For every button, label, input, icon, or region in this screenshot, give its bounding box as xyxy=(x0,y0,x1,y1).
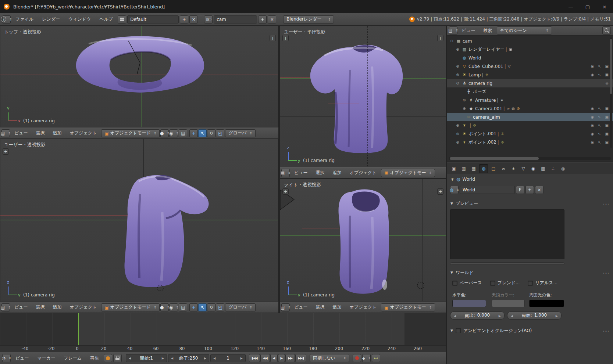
outliner-row-lamp[interactable]: Lamp xyxy=(447,71,613,79)
panel-grip-icon[interactable]: ∷∷ xyxy=(603,329,609,333)
pivot-select[interactable] xyxy=(170,303,178,311)
expand-icon[interactable] xyxy=(455,132,460,136)
viewport-top[interactable]: トップ・透視投影 (1) camera rig y x + xyxy=(0,26,278,127)
outliner-row-camera-aim[interactable]: camera_aim xyxy=(447,113,613,121)
snap-toggle[interactable] xyxy=(179,129,187,137)
ao-section-header[interactable]: アンビエントオクルージョン(AO) ∷∷ xyxy=(447,326,613,335)
timeline-menu-frame[interactable]: フレーム xyxy=(60,354,85,363)
editor-type-button[interactable] xyxy=(281,169,290,177)
menu-add[interactable]: 追加 xyxy=(49,303,65,311)
outliner-row-render-layers[interactable]: レンダーレイヤー xyxy=(447,45,613,54)
preview-section-header[interactable]: プレビュー ∷∷ xyxy=(447,199,613,208)
selectability-toggle[interactable] xyxy=(598,64,601,68)
manipulator-axis-button[interactable] xyxy=(189,129,198,137)
render-engine-select[interactable]: Blenderレンダー xyxy=(283,15,334,24)
screen-layout-icon[interactable] xyxy=(118,15,126,24)
menu-object[interactable]: オブジェクト xyxy=(66,303,101,311)
region-expand-button[interactable]: + xyxy=(270,35,276,41)
ao-enable-checkbox[interactable] xyxy=(456,328,461,333)
panel-grip-icon[interactable]: ∷∷ xyxy=(603,271,609,275)
blend-sky-checkbox[interactable]: ブレンド... xyxy=(490,280,520,286)
shirt-mesh-front[interactable] xyxy=(310,45,403,153)
viewport-light-persp[interactable]: ライト・透視投影 (1) camera rig z y + + xyxy=(280,179,446,302)
menu-view[interactable]: ビュー xyxy=(291,169,311,177)
visibility-toggle[interactable] xyxy=(605,81,609,85)
world-tab[interactable] xyxy=(479,164,488,173)
selectability-toggle[interactable] xyxy=(598,123,601,127)
outliner-row-pose[interactable]: ポーズ xyxy=(447,87,613,96)
manipulator-axis-button[interactable] xyxy=(189,303,198,311)
menu-select[interactable]: 選択 xyxy=(312,303,328,311)
shading-select[interactable] xyxy=(160,129,169,137)
auto-keyframe-record-button[interactable] xyxy=(353,354,361,362)
layout-delete-button[interactable] xyxy=(189,15,198,24)
orientation-select[interactable]: グローバ xyxy=(225,303,255,311)
menu-view[interactable]: ビュー xyxy=(11,303,32,311)
menu-view[interactable]: ビュー xyxy=(11,129,32,137)
expand-icon[interactable] xyxy=(455,123,460,127)
editor-type-button[interactable] xyxy=(281,303,290,311)
fake-user-button[interactable]: F xyxy=(516,186,524,194)
physics-tab[interactable] xyxy=(559,164,567,173)
keying-set-select[interactable] xyxy=(362,354,371,362)
horizon-color-swatch[interactable] xyxy=(452,300,486,307)
menu-object[interactable]: オブジェクト xyxy=(346,303,381,311)
manipulator-rotate-button[interactable] xyxy=(207,129,215,137)
renderability-toggle[interactable] xyxy=(605,115,609,119)
region-expand-button[interactable]: + xyxy=(437,35,443,41)
outliner-menu-search[interactable]: 検索 xyxy=(480,26,496,35)
object-data-tab[interactable] xyxy=(519,164,528,173)
sync-mode-select[interactable]: 同期しない xyxy=(310,354,349,362)
expand-icon[interactable] xyxy=(461,98,467,102)
particles-tab[interactable] xyxy=(549,164,557,173)
outliner-row-scene[interactable]: cam xyxy=(447,37,613,45)
menu-add[interactable]: 追加 xyxy=(329,303,345,311)
minimize-button[interactable]: — xyxy=(562,0,579,13)
visibility-toggle[interactable] xyxy=(591,140,594,144)
preview-scroll[interactable] xyxy=(450,262,564,265)
timeline-tracks[interactable]: -40 -20 0 20 40 60 80 100 120 140 160 18… xyxy=(0,313,446,352)
outliner-row-point-001[interactable]: ポイント.001 xyxy=(447,130,613,138)
outliner-vscrollbar[interactable] xyxy=(610,37,612,148)
collapse-icon[interactable] xyxy=(449,39,455,43)
renderability-toggle[interactable] xyxy=(605,64,609,68)
outliner-row-point[interactable] xyxy=(447,121,613,130)
close-button[interactable]: × xyxy=(596,0,613,13)
material-tab[interactable] xyxy=(529,164,538,173)
timeline-ruler[interactable]: -40 -20 0 20 40 60 80 100 120 140 160 18… xyxy=(0,345,446,352)
outliner-row-camera-rig[interactable]: camera rig xyxy=(447,79,613,87)
frame-start-field[interactable]: 開始:1 xyxy=(126,354,167,362)
timeline-menu-marker[interactable]: マーカー xyxy=(34,354,59,363)
outliner-row-armature[interactable]: Armature xyxy=(447,96,613,104)
play-reverse-button[interactable]: ◀ xyxy=(270,354,278,362)
orientation-select[interactable]: グローバ xyxy=(225,129,255,137)
object-tab[interactable] xyxy=(489,164,498,173)
zenith-color-swatch[interactable] xyxy=(492,300,525,307)
visibility-toggle[interactable] xyxy=(591,64,594,68)
mode-select[interactable]: オブジェクトモード xyxy=(101,303,160,311)
region-expand-button[interactable]: + xyxy=(3,148,9,155)
use-preview-range-button[interactable] xyxy=(104,354,112,362)
pivot-select[interactable] xyxy=(170,129,178,137)
real-sky-checkbox[interactable]: リアルス... xyxy=(528,280,557,286)
jump-to-end-button[interactable]: ▶▶▮ xyxy=(295,354,306,362)
ambient-color-swatch[interactable] xyxy=(529,300,564,307)
selectability-toggle[interactable] xyxy=(598,115,601,119)
manipulator-scale-button[interactable] xyxy=(216,303,224,311)
maximize-button[interactable]: ▢ xyxy=(579,0,596,13)
region-expand-button[interactable]: + xyxy=(437,188,443,195)
outliner-hscrollbar[interactable] xyxy=(449,157,611,160)
world-browse-button[interactable] xyxy=(450,186,459,194)
frame-end-field[interactable]: 終了:250 xyxy=(168,354,209,362)
timeline-editor-type-button[interactable] xyxy=(2,354,11,362)
outliner-row-cube[interactable]: Cube_Cube.001 xyxy=(447,62,613,71)
search-icon[interactable] xyxy=(602,26,611,35)
screen-layout-field[interactable]: Default xyxy=(127,15,179,24)
selectability-toggle[interactable] xyxy=(598,107,601,111)
menu-add[interactable]: 追加 xyxy=(329,169,345,177)
world-add-button[interactable] xyxy=(525,186,534,194)
renderability-toggle[interactable] xyxy=(605,123,609,127)
visibility-toggle[interactable] xyxy=(591,115,594,119)
outliner-row-world[interactable]: World xyxy=(447,54,613,62)
manipulator-translate-button[interactable] xyxy=(198,303,207,311)
